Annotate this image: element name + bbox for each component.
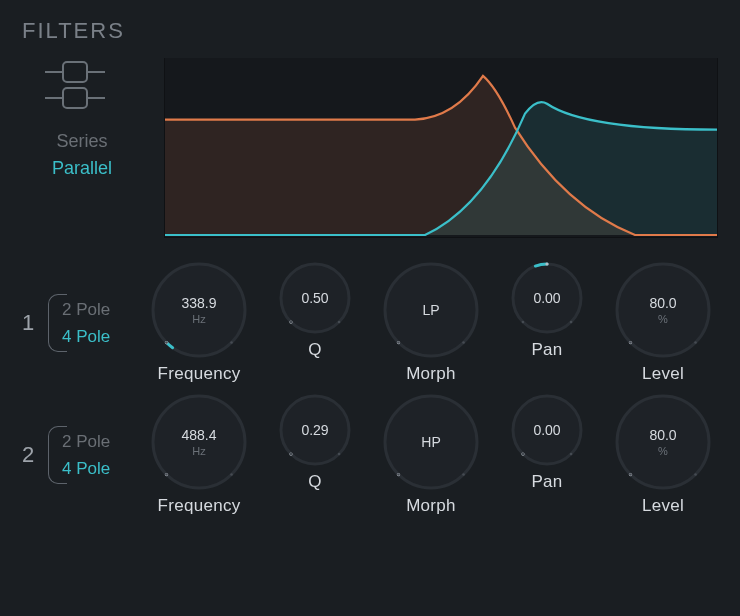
routing-option-parallel[interactable]: Parallel	[52, 155, 112, 182]
filter-index: 2	[22, 442, 40, 468]
filter1-morph-knob[interactable]: LP	[383, 262, 479, 358]
pole-select: 2 Pole 4 Pole	[48, 290, 136, 356]
pole-option-4pole[interactable]: 4 Pole	[62, 455, 136, 482]
filter2-q-label: Q	[308, 472, 322, 492]
svg-point-44	[629, 473, 632, 476]
filter1-level-knob[interactable]: 80.0 %	[615, 262, 711, 358]
filter-row-2: 2 2 Pole 4 Pole 488.4 Hz Frequency	[22, 394, 718, 516]
routing-icon	[45, 58, 119, 114]
svg-rect-4	[63, 88, 87, 108]
pole-select: 2 Pole 4 Pole	[48, 422, 136, 488]
svg-point-21	[570, 321, 573, 324]
svg-rect-1	[63, 62, 87, 82]
svg-point-32	[290, 453, 293, 456]
filter-row-1: 1 2 Pole 4 Pole 338.9 Hz Frequency	[22, 262, 718, 384]
filter1-pan-knob[interactable]: 0.00	[511, 262, 583, 334]
filter1-morph-label: Morph	[406, 364, 456, 384]
filter2-q-knob[interactable]: 0.29	[279, 394, 351, 466]
svg-point-16	[397, 341, 400, 344]
filter-index: 1	[22, 310, 40, 336]
svg-point-37	[462, 473, 465, 476]
svg-point-17	[462, 341, 465, 344]
svg-point-25	[694, 341, 697, 344]
svg-point-41	[570, 453, 573, 456]
filter2-level-label: Level	[642, 496, 684, 516]
filter2-frequency-knob[interactable]: 488.4 Hz	[151, 394, 247, 490]
svg-point-33	[338, 453, 341, 456]
filter-response-graph[interactable]	[164, 58, 718, 238]
svg-point-36	[397, 473, 400, 476]
pole-option-2pole[interactable]: 2 Pole	[62, 296, 136, 323]
filter2-morph-label: Morph	[406, 496, 456, 516]
routing-column: Series Parallel	[22, 58, 142, 238]
filter1-pan-label: Pan	[531, 340, 562, 360]
filter2-level-knob[interactable]: 80.0 %	[615, 394, 711, 490]
filter2-frequency-label: Frequency	[157, 496, 240, 516]
filter1-frequency-knob[interactable]: 338.9 Hz	[151, 262, 247, 358]
svg-point-9	[230, 341, 233, 344]
filter1-q-label: Q	[308, 340, 322, 360]
svg-point-24	[629, 341, 632, 344]
svg-point-19	[545, 262, 548, 265]
svg-point-40	[522, 453, 525, 456]
svg-point-20	[522, 321, 525, 324]
filter2-pan-label: Pan	[531, 472, 562, 492]
filter2-morph-knob[interactable]: HP	[383, 394, 479, 490]
svg-point-28	[165, 473, 168, 476]
filter1-level-label: Level	[642, 364, 684, 384]
pole-option-4pole[interactable]: 4 Pole	[62, 323, 136, 350]
filter1-frequency-label: Frequency	[157, 364, 240, 384]
svg-point-29	[230, 473, 233, 476]
svg-point-45	[694, 473, 697, 476]
pole-option-2pole[interactable]: 2 Pole	[62, 428, 136, 455]
svg-point-12	[290, 321, 293, 324]
svg-point-13	[338, 321, 341, 324]
svg-point-8	[165, 341, 168, 344]
routing-option-series[interactable]: Series	[52, 128, 112, 155]
filter2-pan-knob[interactable]: 0.00	[511, 394, 583, 466]
section-title: FILTERS	[22, 18, 718, 44]
filter1-q-knob[interactable]: 0.50	[279, 262, 351, 334]
